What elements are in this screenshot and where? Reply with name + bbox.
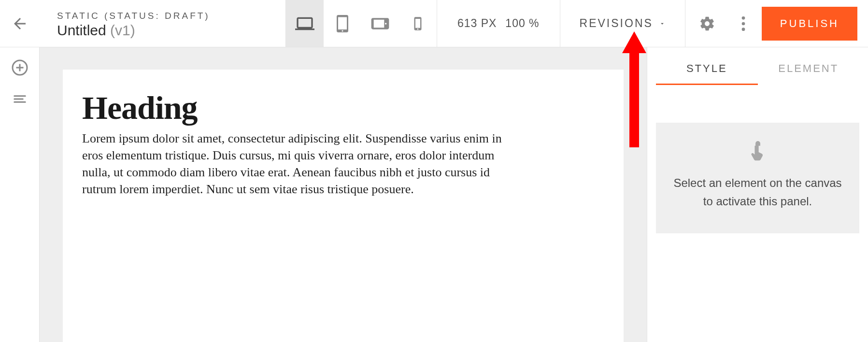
settings-button[interactable] [685,0,729,47]
empty-state-line1: Select an element on the canvas [668,174,848,192]
left-rail [0,47,40,342]
svg-point-1 [742,22,745,25]
device-phone-button[interactable] [399,0,437,47]
publish-button[interactable]: PUBLISH [762,7,857,41]
svg-point-0 [742,16,745,20]
desktop-icon [295,14,314,33]
zoom-px: 613 PX [457,17,497,30]
phone-icon [411,16,425,31]
canvas-body-text[interactable]: Lorem ipsum dolor sit amet, consectetur … [82,130,517,198]
plus-circle-icon [11,59,28,76]
add-element-button[interactable] [11,59,28,78]
zoom-pct: 100 % [505,17,539,30]
more-options-button[interactable] [729,0,758,47]
kebab-icon [741,16,745,31]
status-line: STATIC (STATUS: DRAFT) [57,11,210,21]
version-text: (v1) [110,22,135,38]
right-panel: STYLE ELEMENT Select an element on the c… [647,47,868,342]
tablet-icon [334,15,351,32]
device-desktop-button[interactable] [286,0,324,47]
tab-style[interactable]: STYLE [656,53,758,85]
revisions-label: REVISIONS [580,17,653,30]
title-text: Untitled [57,22,106,38]
back-button[interactable] [0,0,40,47]
page-title-block: STATIC (STATUS: DRAFT) Untitled (v1) [40,0,226,47]
device-preview-group [285,0,437,47]
zoom-readout[interactable]: 613 PX 100 % [437,0,560,47]
publish-cell: PUBLISH [758,0,868,47]
canvas-area[interactable]: Heading Lorem ipsum dolor sit amet, cons… [40,47,647,342]
top-toolbar: STATIC (STATUS: DRAFT) Untitled (v1) [0,0,868,47]
canvas-page[interactable]: Heading Lorem ipsum dolor sit amet, cons… [63,70,624,342]
phone-landscape-icon [370,14,390,33]
touch-icon [668,141,848,163]
page-title[interactable]: Untitled (v1) [57,22,210,39]
revisions-dropdown[interactable]: REVISIONS [560,0,685,47]
style-panel-empty-state: Select an element on the canvas to activ… [656,123,859,233]
gear-icon [699,15,715,32]
canvas-heading[interactable]: Heading [82,89,604,127]
lines-icon [13,92,27,106]
tab-element[interactable]: ELEMENT [758,53,860,85]
device-tablet-button[interactable] [324,0,361,47]
chevron-down-icon [659,20,666,27]
device-phone-landscape-button[interactable] [361,0,399,47]
empty-state-line2: to activate this panel. [668,192,848,211]
right-panel-tabs: STYLE ELEMENT [656,53,859,85]
svg-point-2 [742,28,745,31]
panel-toggle-button[interactable] [13,92,27,108]
arrow-left-icon [11,15,28,32]
